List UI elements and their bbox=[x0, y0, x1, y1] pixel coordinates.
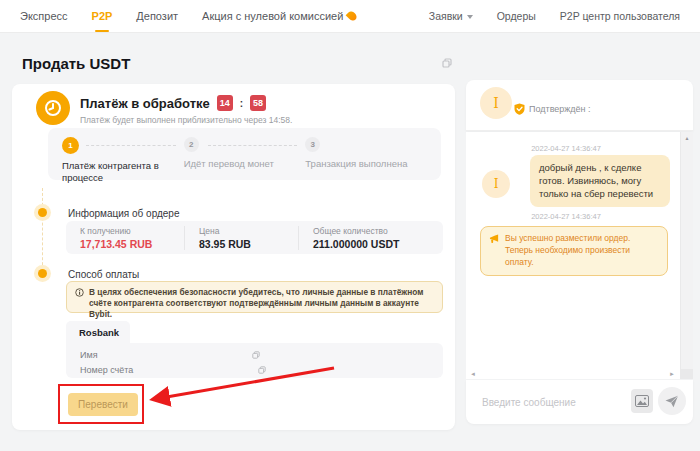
message-timestamp: 2022-04-27 14:36:47 bbox=[466, 144, 666, 153]
copy-icon[interactable] bbox=[258, 366, 266, 374]
chat-messages: 2022-04-27 14:36:47 добрый день , к сдел… bbox=[466, 132, 693, 379]
bank-field-name-label: Имя bbox=[80, 350, 252, 360]
avatar: I bbox=[482, 170, 510, 198]
chat-message-bubble: добрый день , к сделке готов. Извиняюсь,… bbox=[530, 155, 670, 207]
verified-label: Подтверждён : bbox=[529, 104, 591, 114]
timeline-dot-payment bbox=[38, 269, 47, 278]
step-3: 3 Транзакция выполнена bbox=[305, 137, 427, 180]
megaphone-icon bbox=[489, 234, 500, 244]
security-warning: В целях обеспечения безопасности убедите… bbox=[66, 281, 443, 313]
verified-badge: Подтверждён : bbox=[514, 103, 591, 115]
chat-header: I Подтверждён : bbox=[466, 80, 693, 131]
nav-item-promo[interactable]: Акция с нулевой комиссией bbox=[202, 0, 356, 32]
timeline-dot-info bbox=[38, 208, 47, 217]
status-subtitle: Платёж будет выполнен приблизительно чер… bbox=[80, 115, 292, 125]
nav-item-requests[interactable]: Заявки bbox=[429, 0, 473, 32]
image-icon bbox=[635, 395, 649, 407]
avatar: I bbox=[480, 87, 512, 119]
step-2-circle: 2 bbox=[184, 137, 199, 152]
order-info-box: К получению 17,713.45 RUB Цена 83.95 RUB… bbox=[66, 221, 443, 254]
order-info-title: Информация об ордере bbox=[68, 208, 179, 219]
transfer-button[interactable]: Перевести bbox=[68, 393, 138, 416]
system-notice: Вы успешно разместили ордер. Теперь необ… bbox=[480, 226, 668, 276]
nav-item-express[interactable]: Экспресс bbox=[20, 0, 68, 32]
nav-item-requests-label: Заявки bbox=[429, 10, 463, 22]
copy-icon[interactable] bbox=[252, 351, 260, 359]
bank-field-account-label: Номер счёта bbox=[80, 365, 258, 375]
status-title: Платёж в обработке bbox=[80, 96, 210, 111]
scroll-left-icon[interactable]: ◄ bbox=[470, 371, 476, 377]
order-card: Платёж в обработке 14 : 58 Платёж будет … bbox=[12, 84, 455, 430]
scroll-up-icon[interactable]: ▲ bbox=[681, 135, 693, 141]
nav-item-deposit[interactable]: Депозит bbox=[136, 0, 178, 32]
nav-item-promo-label: Акция с нулевой комиссией bbox=[202, 10, 343, 22]
scrollbar-corner bbox=[680, 369, 693, 379]
nav-left: Экспресс P2P Депозит Акция с нулевой ком… bbox=[20, 0, 380, 32]
bank-field-account: Номер счёта bbox=[80, 363, 429, 376]
bank-details-box: Имя Номер счёта bbox=[66, 343, 443, 378]
nav-item-p2p-user-center[interactable]: P2P центр пользователя bbox=[560, 0, 680, 32]
step-2: 2 Идёт перевод монет bbox=[184, 137, 306, 180]
attach-image-button[interactable] bbox=[631, 389, 653, 413]
send-button[interactable] bbox=[658, 387, 686, 415]
vertical-scrollbar[interactable]: ▲ bbox=[680, 132, 693, 369]
progress-steps: 1 Платёж контрагента в процессе 2 Идёт п… bbox=[48, 128, 441, 180]
step-2-label: Идёт перевод монет bbox=[184, 158, 302, 170]
nav-item-orders[interactable]: Ордеры bbox=[497, 0, 536, 32]
top-nav: Экспресс P2P Депозит Акция с нулевой ком… bbox=[0, 0, 700, 33]
info-field-price-label: Цена bbox=[199, 226, 298, 236]
scroll-right-icon[interactable]: ► bbox=[669, 371, 675, 377]
timeline-line bbox=[42, 188, 43, 280]
info-field-receive: К получению 17,713.45 RUB bbox=[66, 226, 184, 250]
system-notice-text: Вы успешно разместили ордер. Теперь необ… bbox=[505, 233, 659, 269]
timer-seconds: 58 bbox=[250, 95, 266, 111]
bank-tab-rosbank[interactable]: Rosbank bbox=[66, 321, 130, 343]
step-1-circle: 1 bbox=[62, 137, 79, 154]
flame-icon bbox=[346, 10, 359, 23]
chat-input-bar bbox=[466, 380, 693, 424]
status-row: Платёж в обработке 14 : 58 bbox=[80, 95, 266, 111]
step-3-label: Транзакция выполнена bbox=[305, 158, 423, 170]
message-input[interactable] bbox=[482, 390, 622, 414]
info-field-price-value: 83.95 RUB bbox=[199, 238, 298, 250]
step-1: 1 Платёж контрагента в процессе bbox=[62, 137, 184, 180]
info-field-receive-label: К получению bbox=[80, 226, 184, 236]
timer-separator: : bbox=[240, 98, 243, 109]
step-1-label: Платёж контрагента в процессе bbox=[62, 160, 180, 184]
nav-right: Заявки Ордеры P2P центр пользователя bbox=[405, 0, 680, 32]
timer-minutes: 14 bbox=[217, 95, 233, 111]
page-title: Продать USDT bbox=[22, 55, 130, 72]
payment-method-title: Способ оплаты bbox=[68, 269, 139, 280]
bank-field-name: Имя bbox=[80, 348, 429, 361]
security-warning-text: В целях обеспечения безопасности убедите… bbox=[89, 287, 434, 321]
message-timestamp: 2022-04-27 14:36:47 bbox=[466, 212, 666, 221]
info-field-quantity: Общее количество 211.000000 USDT bbox=[298, 226, 443, 250]
step-3-circle: 3 bbox=[305, 137, 320, 152]
info-field-quantity-value: 211.000000 USDT bbox=[313, 238, 443, 250]
info-field-quantity-label: Общее количество bbox=[313, 226, 443, 236]
nav-item-p2p[interactable]: P2P bbox=[92, 0, 113, 32]
info-field-price: Цена 83.95 RUB bbox=[184, 226, 298, 250]
copy-icon[interactable] bbox=[442, 58, 452, 68]
clock-icon bbox=[36, 91, 70, 125]
send-icon bbox=[665, 395, 679, 408]
info-field-receive-value: 17,713.45 RUB bbox=[80, 238, 184, 250]
chevron-down-icon bbox=[467, 15, 473, 19]
shield-check-icon bbox=[514, 103, 525, 115]
info-icon bbox=[75, 288, 84, 297]
